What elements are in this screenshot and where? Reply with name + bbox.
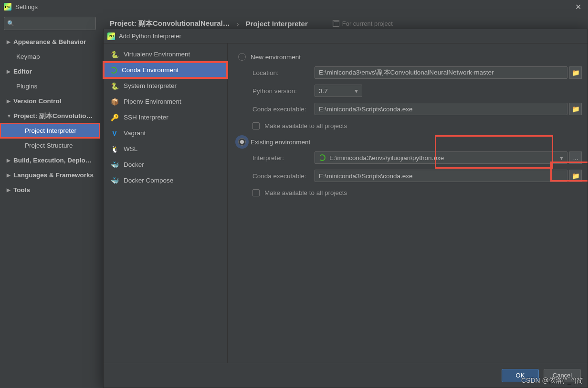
browse-conda-button-2[interactable]: 📁	[569, 170, 582, 182]
search-input[interactable]	[16, 20, 96, 27]
ssh-icon: 🔑	[110, 113, 119, 122]
watermark: CSDN @依洛(^_^)简	[521, 377, 583, 385]
dialog-title-bar: PC Add Python Interpreter	[104, 29, 588, 43]
docker-compose-icon: 🐳	[110, 176, 119, 185]
env-conda[interactable]: Conda Environment	[104, 62, 227, 78]
row-interpreter: Interpreter: E:\miniconda3\envs\yiluojia…	[238, 149, 582, 167]
settings-sidebar: 🔍 ▶Appearance & Behavior Keymap ▶Editor …	[0, 13, 100, 388]
close-icon[interactable]: ✕	[572, 2, 584, 11]
label-interpreter: Interpreter:	[252, 154, 315, 162]
copy-icon	[334, 21, 339, 27]
tree-project-structure[interactable]: Project Structure	[0, 138, 100, 153]
check-make-available-1[interactable]: Make available to all projects	[238, 118, 582, 133]
row-location: Location: E:\miniconda3\envs\副本Convoluti…	[238, 64, 582, 82]
interpreter-ellipsis-button[interactable]: ...	[569, 151, 582, 164]
radio-icon	[238, 138, 246, 146]
checkbox-icon	[252, 189, 260, 196]
conda-exe-field[interactable]: E:\miniconda3\Scripts\conda.exe	[315, 103, 567, 115]
radio-new-environment[interactable]: New environment	[238, 50, 582, 64]
conda-exe-field-2[interactable]: E:\miniconda3\Scripts\conda.exe	[315, 170, 567, 182]
tree-project-interpreter[interactable]: Project Interpreter	[0, 123, 100, 138]
row-conda-exe: Conda executable: E:\miniconda3\Scripts\…	[238, 100, 582, 118]
pipenv-icon: 📦	[110, 97, 119, 106]
checkbox-icon	[252, 122, 260, 129]
dialog-main: New environment Location: E:\miniconda3\…	[228, 43, 588, 363]
tree-keymap[interactable]: Keymap	[0, 49, 100, 64]
dialog-title: Add Python Interpreter	[119, 32, 181, 40]
tree-tools[interactable]: ▶Tools	[0, 183, 100, 197]
row-python-version: Python version: 3.7	[238, 82, 582, 100]
breadcrumb-project: Project: 副本ConvolutionalNeural…	[110, 19, 230, 28]
radio-existing-environment[interactable]: Existing environment	[238, 135, 582, 149]
python-version-dropdown[interactable]: 3.7	[315, 85, 362, 97]
dialog-body: 🐍Virtualenv Environment Conda Environmen…	[104, 43, 588, 363]
env-ssh[interactable]: 🔑SSH Interpreter	[104, 109, 227, 125]
label-conda-exe-2: Conda executable:	[252, 172, 315, 180]
add-interpreter-dialog: PC Add Python Interpreter 🐍Virtualenv En…	[103, 29, 588, 388]
tree-build[interactable]: ▶Build, Execution, Deplo…	[0, 153, 100, 168]
label-python-version: Python version:	[252, 87, 315, 95]
tree-plugins[interactable]: Plugins	[0, 79, 100, 94]
tree-version-control[interactable]: ▶Version Control	[0, 94, 100, 108]
env-virtualenv[interactable]: 🐍Virtualenv Environment	[104, 46, 227, 62]
env-docker[interactable]: 🐳Docker	[104, 157, 227, 172]
settings-tree: ▶Appearance & Behavior Keymap ▶Editor Pl…	[0, 33, 100, 197]
settings-search[interactable]: 🔍	[4, 17, 96, 30]
check-make-available-2[interactable]: Make available to all projects	[238, 185, 582, 200]
radio-icon	[238, 53, 246, 61]
wsl-icon: 🐧	[110, 145, 119, 153]
interpreter-dropdown[interactable]: E:\miniconda3\envs\yiluojian\python.exe	[315, 151, 567, 164]
breadcrumb-hint: For current project	[334, 20, 393, 27]
python-icon: 🐍	[110, 82, 119, 90]
browse-conda-button[interactable]: 📁	[569, 103, 582, 115]
browse-location-button[interactable]: 📁	[569, 66, 582, 79]
conda-icon	[110, 67, 117, 74]
tree-languages[interactable]: ▶Languages & Frameworks	[0, 168, 100, 183]
env-docker-compose[interactable]: 🐳Docker Compose	[104, 172, 227, 188]
location-field[interactable]: E:\miniconda3\envs\副本ConvolutionalNeural…	[315, 66, 567, 79]
vagrant-icon: V	[110, 129, 119, 138]
settings-title: Settings	[15, 3, 572, 11]
label-conda-exe: Conda executable:	[252, 106, 315, 113]
dialog-buttons: OK Cancel	[104, 363, 588, 388]
python-icon: 🐍	[110, 50, 119, 59]
breadcrumb-sep: ›	[237, 20, 239, 28]
conda-icon	[319, 154, 326, 161]
env-type-list: 🐍Virtualenv Environment Conda Environmen…	[104, 43, 228, 363]
row-conda-exe-2: Conda executable: E:\miniconda3\Scripts\…	[238, 167, 582, 185]
tree-editor[interactable]: ▶Editor	[0, 64, 100, 79]
breadcrumb-page: Project Interpreter	[246, 20, 308, 28]
pycharm-icon: PC	[107, 32, 115, 40]
env-pipenv[interactable]: 📦Pipenv Environment	[104, 94, 227, 109]
tree-appearance[interactable]: ▶Appearance & Behavior	[0, 34, 100, 49]
settings-title-bar: PC Settings ✕	[0, 0, 588, 13]
env-vagrant[interactable]: VVagrant	[104, 125, 227, 141]
label-location: Location:	[252, 69, 315, 76]
docker-icon: 🐳	[110, 161, 119, 169]
env-wsl[interactable]: 🐧WSL	[104, 141, 227, 157]
tree-project[interactable]: ▼Project: 副本Convolutio…	[0, 108, 100, 123]
env-system[interactable]: 🐍System Interpreter	[104, 78, 227, 94]
search-icon: 🔍	[7, 20, 14, 27]
pycharm-icon: PC	[4, 3, 11, 11]
breadcrumb: Project: 副本ConvolutionalNeural… › Projec…	[110, 19, 578, 28]
